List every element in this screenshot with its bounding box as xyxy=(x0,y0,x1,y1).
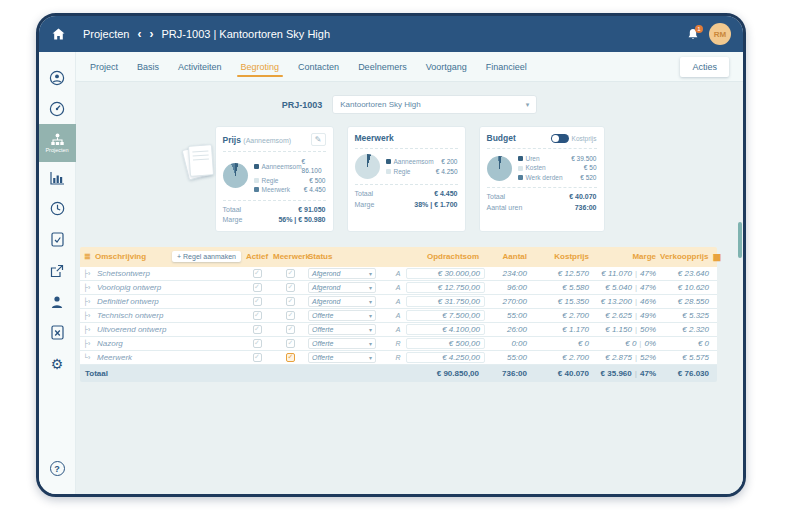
type-letter: A xyxy=(390,298,406,305)
breadcrumb: Projecten ‹ › PRJ-1003 | Kantoortoren Sk… xyxy=(83,28,687,40)
meerwerk-checkbox[interactable] xyxy=(286,283,295,292)
sidebar-item-profile[interactable] xyxy=(39,62,76,93)
tab-begroting[interactable]: Begroting xyxy=(241,52,280,81)
calculator-icon[interactable]: ▦ xyxy=(712,252,721,262)
tab-financieel[interactable]: Financieel xyxy=(486,52,527,81)
aantal-value: 55:00 xyxy=(485,311,533,320)
external-link-icon xyxy=(50,264,64,278)
sidebar-item-invoices[interactable] xyxy=(39,224,76,255)
aantal-value: 26:00 xyxy=(485,325,533,334)
kostprijs-value: € 15.350 xyxy=(533,297,595,306)
meerwerk-checkbox[interactable] xyxy=(286,297,295,306)
verkoopprijs-value: € 0 xyxy=(660,339,717,348)
acties-button[interactable]: Acties xyxy=(680,57,729,77)
sidebar-item-dashboard[interactable] xyxy=(39,93,76,124)
card-budget: Budget Kostprijs Uren€ 39.500 Kosten€ 50… xyxy=(479,126,605,232)
row-name: Technisch ontwerp xyxy=(95,311,241,320)
col-omschrijving: Omschrijving xyxy=(95,252,146,261)
home-icon[interactable] xyxy=(39,28,77,40)
actief-checkbox[interactable] xyxy=(253,339,262,348)
sidebar-item-hours[interactable] xyxy=(39,193,76,224)
opdrachtsom-input[interactable]: € 500,00 xyxy=(406,338,485,349)
total-verkoopprijs: € 76.030 xyxy=(660,369,717,378)
type-letter: R xyxy=(390,354,406,361)
status-dropdown[interactable]: Afgerond▾ xyxy=(308,296,376,307)
meerwerk-checkbox[interactable] xyxy=(286,311,295,320)
toggle-switch xyxy=(551,134,569,143)
table-header: ≣ Omschrijving + Regel aanmaken Actief M… xyxy=(80,247,717,267)
gear-icon: ⚙ xyxy=(51,356,64,372)
edit-pencil-icon[interactable]: ✎ xyxy=(311,133,326,146)
col-aantal: Aantal xyxy=(485,252,533,261)
table-row: ├› Voorlopig ontwerp Afgerond▾ A € 12.75… xyxy=(80,281,717,295)
chevron-left-icon[interactable]: ‹ xyxy=(137,28,141,40)
status-dropdown[interactable]: Offerte▾ xyxy=(308,324,376,335)
type-letter: A xyxy=(390,312,406,319)
status-dropdown[interactable]: Afgerond▾ xyxy=(308,268,376,279)
sidebar-item-contacts[interactable] xyxy=(39,286,76,317)
card-meerwerk-title: Meerwerk xyxy=(355,133,394,143)
app-window: Projecten ‹ › PRJ-1003 | Kantoortoren Sk… xyxy=(36,13,746,497)
summary-cards: Prijs (Aanneemsom) ✎ Aanneemsom€ 86.100 … xyxy=(215,126,605,232)
opdrachtsom-input[interactable]: € 30.000,00 xyxy=(406,268,485,279)
scrollbar-thumb[interactable] xyxy=(738,222,742,258)
actief-checkbox[interactable] xyxy=(253,353,262,362)
tab-voortgang[interactable]: Voortgang xyxy=(426,52,467,81)
project-select[interactable]: Kantoortoren Sky High ▾ xyxy=(332,95,537,114)
add-row-button[interactable]: + Regel aanmaken xyxy=(172,251,241,262)
chevron-right-icon[interactable]: › xyxy=(149,28,153,40)
sidebar-item-export[interactable] xyxy=(39,255,76,286)
opdrachtsom-input[interactable]: € 7.500,00 xyxy=(406,310,485,321)
row-name: Nazorg xyxy=(95,339,241,348)
marge-value: € 2.875|52% xyxy=(595,353,660,362)
type-letter: A xyxy=(390,326,406,333)
status-dropdown[interactable]: Offerte▾ xyxy=(308,352,376,363)
notifications-bell-icon[interactable]: 1 xyxy=(687,28,699,41)
notification-badge: 1 xyxy=(695,25,703,33)
aantal-value: 0:00 xyxy=(485,339,533,348)
opdrachtsom-input[interactable]: € 12.750,00 xyxy=(406,282,485,293)
opdrachtsom-input[interactable]: € 4.100,00 xyxy=(406,324,485,335)
tree-branch-icon: ├› xyxy=(80,340,95,347)
sidebar-item-projecten[interactable]: Projecten xyxy=(39,124,76,162)
paper-sheets-decoration xyxy=(185,144,215,182)
meerwerk-checkbox[interactable] xyxy=(286,325,295,334)
kostprijs-value: € 1.170 xyxy=(533,325,595,334)
sidebar-item-settings[interactable]: ⚙ xyxy=(39,348,76,379)
sidebar-item-help[interactable]: ? xyxy=(39,453,76,484)
marge-value: € 5.040|47% xyxy=(595,283,660,292)
sidebar-item-spreadsheet[interactable] xyxy=(39,317,76,348)
opdrachtsom-input[interactable]: € 4.250,00 xyxy=(406,352,485,363)
meerwerk-checkbox[interactable] xyxy=(286,339,295,348)
meerwerk-checkbox[interactable] xyxy=(286,269,295,278)
col-marge: Marge xyxy=(595,252,660,261)
kostprijs-toggle[interactable]: Kostprijs xyxy=(551,134,597,143)
spreadsheet-icon xyxy=(51,325,64,340)
row-name: Voorlopig ontwerp xyxy=(95,283,241,292)
actief-checkbox[interactable] xyxy=(253,311,262,320)
prijs-pie-chart xyxy=(223,163,248,188)
tab-contacten[interactable]: Contacten xyxy=(298,52,339,81)
verkoopprijs-value: € 10.620 xyxy=(660,283,717,292)
user-avatar[interactable]: RM xyxy=(709,23,731,45)
tab-basis[interactable]: Basis xyxy=(137,52,159,81)
tab-deelnemers[interactable]: Deelnemers xyxy=(358,52,407,81)
help-icon: ? xyxy=(50,461,65,476)
user-circle-icon xyxy=(49,70,65,86)
kostprijs-value: € 5.580 xyxy=(533,283,595,292)
actief-checkbox[interactable] xyxy=(253,297,262,306)
opdrachtsom-input[interactable]: € 31.750,00 xyxy=(406,296,485,307)
actief-checkbox[interactable] xyxy=(253,269,262,278)
status-dropdown[interactable]: Afgerond▾ xyxy=(308,282,376,293)
col-actief: Actief xyxy=(241,252,273,261)
actief-checkbox[interactable] xyxy=(253,325,262,334)
meerwerk-checkbox[interactable] xyxy=(286,353,295,362)
actief-checkbox[interactable] xyxy=(253,283,262,292)
status-dropdown[interactable]: Offerte▾ xyxy=(308,310,376,321)
tab-project[interactable]: Project xyxy=(90,52,118,81)
sidebar-item-statistics[interactable] xyxy=(39,162,76,193)
status-dropdown[interactable]: Offerte▾ xyxy=(308,338,376,349)
budget-pie-chart xyxy=(487,156,512,181)
sidebar: Projecten xyxy=(39,52,76,494)
tab-activiteiten[interactable]: Activiteiten xyxy=(178,52,222,81)
